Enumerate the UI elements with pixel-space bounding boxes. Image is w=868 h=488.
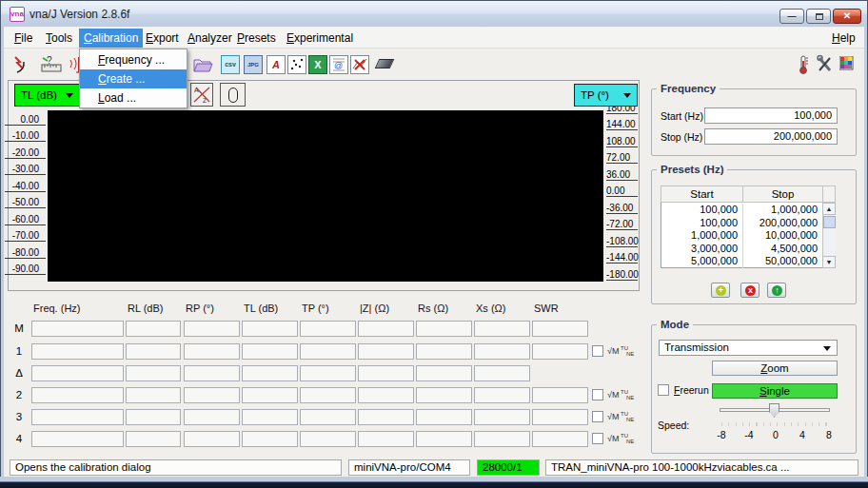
marker-cell[interactable] bbox=[126, 387, 181, 403]
tune-icon[interactable]: √MTUNE bbox=[607, 432, 636, 445]
scrollbar-thumb[interactable] bbox=[823, 216, 836, 228]
marker-cell[interactable] bbox=[31, 409, 124, 425]
preset-cell[interactable]: 200,000,000 bbox=[742, 217, 822, 230]
menu-item-create[interactable]: Create ... bbox=[80, 69, 187, 88]
maximize-button[interactable] bbox=[806, 9, 831, 24]
menu-file[interactable]: File bbox=[10, 29, 37, 48]
marker-cell[interactable] bbox=[126, 321, 181, 337]
marker-cell[interactable] bbox=[300, 431, 356, 447]
marker-cell[interactable] bbox=[184, 409, 240, 425]
marker-sync-checkbox[interactable] bbox=[592, 411, 603, 422]
marker-cell[interactable] bbox=[358, 387, 414, 403]
preset-cell[interactable]: 3,000,000 bbox=[661, 243, 742, 256]
marker-cell[interactable] bbox=[532, 387, 588, 403]
marker-cell[interactable] bbox=[416, 387, 472, 403]
freerun-checkbox[interactable] bbox=[658, 384, 669, 396]
right-scale-combo[interactable]: TP (°) bbox=[574, 84, 638, 107]
menu-experimental[interactable]: Experimental bbox=[282, 29, 358, 48]
marker-cell[interactable] bbox=[532, 321, 588, 337]
marker-cell[interactable] bbox=[416, 409, 472, 425]
marker-sync-checkbox[interactable] bbox=[592, 433, 603, 444]
scatter-export-icon[interactable] bbox=[287, 55, 306, 74]
scroll-down-button[interactable]: ▼ bbox=[822, 256, 836, 268]
menu-help[interactable]: Help bbox=[827, 29, 860, 48]
marker-cell[interactable] bbox=[184, 365, 240, 381]
stop-frequency-input[interactable]: 200,000,000 bbox=[704, 128, 838, 145]
preset-cell[interactable]: 10,000,000 bbox=[742, 229, 822, 243]
marker-cell[interactable] bbox=[184, 431, 240, 447]
color-palette-icon[interactable] bbox=[839, 56, 854, 70]
preset-load-button[interactable]: ↑ bbox=[767, 283, 786, 298]
marker-cell[interactable] bbox=[126, 409, 181, 425]
marker-cell[interactable] bbox=[532, 409, 588, 425]
excel-export-icon[interactable]: X bbox=[308, 55, 327, 74]
preset-cell[interactable]: 4,500,000 bbox=[742, 243, 822, 256]
marker-cell[interactable] bbox=[184, 387, 240, 403]
tune-icon[interactable]: √MTUNE bbox=[607, 388, 636, 401]
folder-open-icon[interactable] bbox=[192, 55, 213, 74]
marker-cell[interactable] bbox=[300, 343, 356, 360]
reconnect-icon[interactable] bbox=[11, 54, 32, 75]
marker-cell[interactable] bbox=[126, 431, 181, 447]
marker-cell[interactable] bbox=[358, 409, 414, 425]
marker-cell[interactable] bbox=[474, 343, 530, 360]
preset-cell[interactable]: 50,000,000 bbox=[742, 255, 822, 268]
marker-cell[interactable] bbox=[31, 365, 124, 381]
marker-cell[interactable] bbox=[31, 387, 124, 403]
menu-analyzer[interactable]: Analyzer bbox=[183, 29, 237, 48]
preset-cell[interactable]: 100,000 bbox=[661, 204, 742, 217]
marker-sync-checkbox[interactable] bbox=[592, 345, 603, 357]
presets-col-stop[interactable]: Stop bbox=[742, 185, 823, 203]
marker-cell[interactable] bbox=[474, 321, 530, 337]
marker-cell[interactable] bbox=[300, 409, 356, 425]
tune-icon[interactable]: √MTUNE bbox=[607, 410, 636, 423]
presets-col-start[interactable]: Start bbox=[661, 185, 743, 203]
autoscale-toggle-button[interactable]: AZ bbox=[190, 83, 213, 107]
menu-item-frequency[interactable]: Frequency ... bbox=[80, 50, 187, 69]
marker-cell[interactable] bbox=[242, 409, 298, 425]
marker-cell[interactable] bbox=[416, 365, 472, 381]
marker-cell[interactable] bbox=[300, 387, 356, 403]
marker-cell[interactable] bbox=[31, 321, 124, 337]
mode-combo[interactable]: Transmission bbox=[659, 340, 838, 356]
menu-item-load[interactable]: Load ... bbox=[80, 88, 187, 107]
marker-cell[interactable] bbox=[126, 365, 181, 381]
settings-tools-icon[interactable] bbox=[817, 54, 834, 75]
scroll-up-button[interactable]: ▲ bbox=[822, 203, 836, 215]
ruler-question-icon[interactable]: ? bbox=[40, 54, 63, 75]
marker-cell[interactable] bbox=[358, 321, 414, 337]
marker-cell[interactable] bbox=[184, 321, 240, 337]
close-button[interactable]: ✕ bbox=[833, 9, 861, 24]
marker-cell[interactable] bbox=[31, 431, 124, 447]
eraser-icon[interactable] bbox=[375, 57, 396, 72]
marker-sync-checkbox[interactable] bbox=[592, 389, 603, 400]
jpeg-export-icon[interactable]: JPG bbox=[244, 55, 263, 74]
preset-cell[interactable]: 100,000 bbox=[661, 217, 742, 230]
marker-cell[interactable] bbox=[126, 343, 181, 360]
menu-presets[interactable]: Presets bbox=[232, 29, 281, 48]
report-icon[interactable]: @ bbox=[329, 55, 348, 74]
marker-cell[interactable] bbox=[532, 431, 588, 447]
marker-cell[interactable] bbox=[416, 343, 472, 360]
tune-icon[interactable]: √MTUNE bbox=[607, 344, 636, 358]
marker-cell[interactable] bbox=[31, 343, 124, 360]
title-bar[interactable]: vna vna/J Version 2.8.6f — ✕ bbox=[0, 0, 868, 27]
marker-cell[interactable] bbox=[532, 343, 588, 360]
marker-cell[interactable] bbox=[242, 343, 298, 360]
zoom-button[interactable]: Zoom bbox=[712, 361, 838, 376]
marker-shape-button[interactable] bbox=[220, 83, 246, 107]
menu-tools[interactable]: Tools bbox=[41, 29, 77, 48]
marker-cell[interactable] bbox=[358, 343, 414, 360]
pdf-export-icon[interactable]: A bbox=[266, 55, 286, 74]
left-scale-combo[interactable]: TL (dB) bbox=[14, 84, 80, 107]
marker-cell[interactable] bbox=[242, 387, 298, 403]
marker-cell[interactable] bbox=[358, 431, 414, 447]
marker-cell[interactable] bbox=[474, 431, 530, 447]
preset-cell[interactable]: 1,000,000 bbox=[742, 204, 822, 217]
menu-export[interactable]: Export bbox=[141, 29, 184, 48]
marker-cell[interactable] bbox=[358, 365, 414, 381]
marker-cell[interactable] bbox=[242, 431, 298, 447]
marker-cell[interactable] bbox=[184, 343, 240, 360]
preset-delete-button[interactable]: x bbox=[740, 283, 760, 298]
marker-cell[interactable] bbox=[474, 409, 530, 425]
